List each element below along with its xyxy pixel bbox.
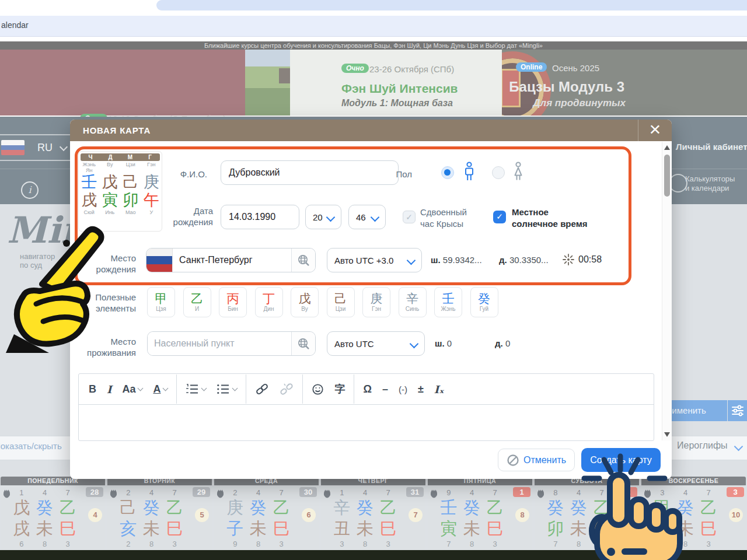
useful-element-button[interactable]: 甲Цзя [147,287,175,317]
toolbar-glyph: B [89,383,96,396]
editor-font-color-button[interactable]: A [148,379,173,399]
gender-label: Пол [385,169,412,180]
birth-date-input[interactable] [221,205,299,229]
stem-name: Гуй [480,306,488,313]
branch-name-label: Мао [120,209,141,221]
sun-icon [562,253,575,266]
residence-tz-select[interactable]: Авто UTC [327,331,425,356]
bazi-pillars: ЖэньЯн壬戌СюйВу戊寅ИньЦзи己卯МаоГэн庚午У [79,162,162,221]
stem-char: 辛 [406,292,418,306]
solar-time-checkbox[interactable]: ✓ [493,211,506,223]
birth-hour-select[interactable]: 20 [305,205,341,229]
useful-element-button[interactable]: 丙Бин [219,287,247,317]
chevron-down-icon [326,212,336,222]
editor-link-button[interactable] [250,379,274,399]
toolbar-glyph: Aa [122,383,135,396]
stem-char: 戊 [100,173,121,191]
bazi-pillar: Цзи己卯Мао [120,162,141,221]
toolbar-separator [354,374,354,404]
birth-tz-select[interactable]: Авто UTC +3.0 [327,248,422,272]
fio-input[interactable] [221,161,398,184]
stem-name-label: Ву [100,162,121,173]
editor-ordered-list-button[interactable] [180,379,211,399]
residence-city-input[interactable] [148,332,291,355]
globe-search-icon[interactable] [291,249,315,272]
editor-italic-button[interactable]: I [102,379,117,399]
stem-name: Жэнь [441,306,455,313]
birth-latitude: ш. 59.9342... [431,255,482,265]
stem-name-label: ЖэньЯн [79,162,100,173]
stem-name: Гэн [372,306,381,313]
residence-field[interactable] [147,331,316,356]
new-chart-modal: НОВАЯ КАРТА × ЧДМГЖэньЯн壬戌СюйВу戊寅ИньЦзи己… [70,120,672,479]
birth-minute-select[interactable]: 46 [348,205,386,229]
editor-font-size-button[interactable]: Aa [117,379,148,399]
modal-header: НОВАЯ КАРТА × [70,120,672,141]
editor-dash-button[interactable]: – [377,379,393,399]
useful-element-button[interactable]: 戊Ву [291,287,319,317]
stem-char: 己 [334,292,347,306]
birth-longitude: д. 30.3350... [499,255,549,265]
fio-label: Ф.И.О. [152,169,207,180]
chevron-down-icon [407,256,416,265]
stem-name-label: Цзи [120,162,141,173]
editor-cjk-insert-button[interactable]: 字 [329,379,350,399]
stem-char: 庚 [371,292,383,306]
stem-char: 己 [120,173,141,191]
stem-char: 壬 [442,292,455,306]
editor-toolbar: BIAaA字Ω–(-)±Iₓ [79,374,654,405]
useful-element-button[interactable]: 丁Дин [255,287,283,317]
globe-search-icon[interactable] [291,332,315,355]
bazi-period-letter: Д [100,153,120,161]
toolbar-glyph: (-) [399,384,407,394]
editor-clear-format-button[interactable]: Iₓ [429,379,449,399]
bazi-period-letter: Ч [81,153,100,161]
gender-male-radio[interactable] [441,166,454,179]
notes-editor[interactable]: BIAaA字Ω–(-)±Iₓ [78,373,654,441]
birth-date-label: Датарождения [158,205,213,228]
rat-hour-checkbox[interactable]: ✓ [403,211,416,223]
editor-paren-dash-button[interactable]: (-) [393,379,413,399]
birth-place-field[interactable] [146,248,316,272]
editor-content[interactable] [79,405,654,441]
editor-bullet-list-button[interactable] [211,379,242,399]
editor-unlink-button[interactable] [274,379,299,399]
close-icon[interactable]: × [638,120,672,141]
useful-element-button[interactable]: 己Цзи [327,287,355,317]
branch-char: 戌 [79,191,100,209]
chevron-down-icon [138,385,144,391]
scroll-up-arrow[interactable] [664,145,670,150]
residence-latitude: ш. 0 [435,338,452,348]
stem-char: 乙 [191,292,203,306]
bazi-pillar: Ву戊寅Инь [100,162,121,221]
birth-city-input[interactable] [173,249,291,272]
stem-name: Синь [406,306,420,313]
toolbar-glyph: I [107,383,111,396]
editor-emoji-button[interactable] [306,379,329,399]
stem-name: Ву [301,306,308,313]
chevron-down-icon [163,385,169,391]
useful-element-button[interactable]: 庚Гэн [362,287,390,317]
useful-element-button[interactable]: 乙И [183,287,211,317]
screen: alendar Ближайшие курсы центра обучения … [0,0,747,560]
residence-longitude: д. 0 [495,338,510,348]
editor-plus-minus-button[interactable]: ± [413,379,429,399]
birth-date-field[interactable] [221,205,299,229]
fio-field[interactable] [221,160,399,185]
useful-element-button[interactable]: 癸Гуй [470,287,498,317]
useful-element-button[interactable]: 辛Синь [399,287,427,317]
scroll-thumb[interactable] [664,155,670,197]
modal-scrollbar[interactable] [662,142,672,440]
gender-female-radio[interactable] [492,166,505,179]
stem-char: 戊 [299,292,311,306]
editor-special-char-button[interactable]: Ω [358,379,376,399]
useful-element-button[interactable]: 壬Жэнь [434,287,462,317]
chevron-down-icon [201,385,207,391]
rat-hour-label: Сдвоенныйчас Крысы [420,206,467,230]
editor-bold-button[interactable]: B [83,379,102,399]
branch-char: 卯 [120,191,141,209]
stem-char: 壬 [79,173,100,191]
chevron-down-icon [371,212,380,222]
scroll-down-arrow[interactable] [664,432,670,437]
stem-char: 甲 [155,292,167,306]
